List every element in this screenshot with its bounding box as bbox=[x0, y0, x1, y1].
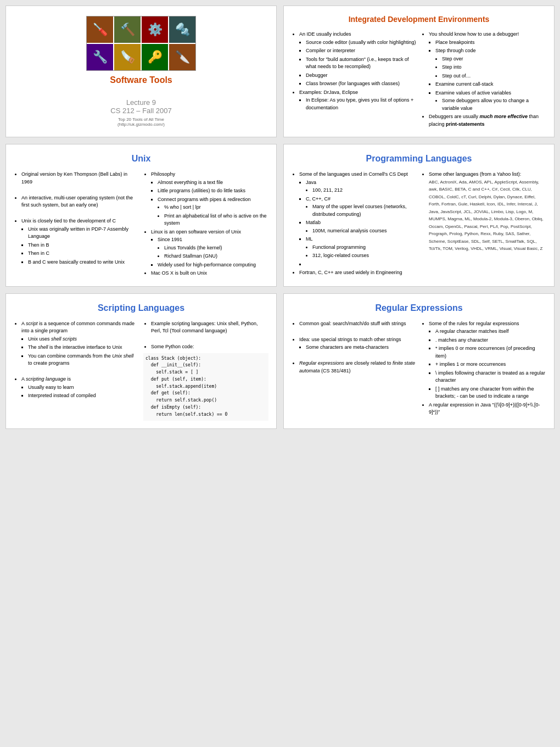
unix-title: Unix bbox=[14, 152, 268, 165]
regex-left-col: Common goal: search/match/do stuff with … bbox=[292, 320, 417, 417]
ide-item-2: Examples: DrJava, Eclipse In Eclipse: As… bbox=[299, 89, 417, 112]
scripting-right-col: Example scripting languages: Unix shell,… bbox=[143, 320, 268, 421]
scripting-title: Scripting Languages bbox=[14, 302, 268, 315]
unix-right-col: Philosophy Almost everything is a text f… bbox=[143, 171, 268, 278]
tool-icon-3: ⚙️ bbox=[142, 16, 168, 43]
unix-content: Original version by Ken Thompson (Bell L… bbox=[14, 171, 268, 278]
ide-debugger-item: You should know how to use a debugger! P… bbox=[429, 31, 546, 112]
regex-title: Regular Expressions bbox=[292, 302, 546, 315]
regular-expressions-slide: Regular Expressions Common goal: search/… bbox=[283, 293, 555, 429]
software-tools-subtitle: Lecture 9CS 212 – Fall 2007 bbox=[110, 98, 171, 115]
scripting-left-col: A script is a sequence of common command… bbox=[14, 320, 139, 421]
prog-right-col: Some other languages (from a Yahoo list)… bbox=[421, 171, 546, 278]
ide-debugger-note: Debuggers are usually much more effectiv… bbox=[429, 113, 546, 128]
ide-slide: Integrated Development Environments An I… bbox=[283, 5, 555, 137]
ide-right-list: You should know how to use a debugger! P… bbox=[421, 31, 546, 128]
tool-icon-8: 🔪 bbox=[169, 44, 195, 70]
tool-icon-7: 🔑 bbox=[142, 44, 168, 70]
scripting-languages-slide: Scripting Languages A script is a sequen… bbox=[5, 293, 277, 429]
ide-item-1: An IDE usually includes Source code edit… bbox=[299, 31, 417, 88]
tool-icon-2: 🔨 bbox=[114, 16, 141, 43]
tools-image-grid: 🪛 🔨 ⚙️ 🔩 🔧 🪚 🔑 🔪 bbox=[86, 16, 196, 71]
ide-title: Integrated Development Environments bbox=[292, 14, 546, 25]
tool-icon-5: 🔧 bbox=[87, 44, 113, 70]
scripting-content: A script is a sequence of common command… bbox=[14, 320, 268, 421]
regex-content: Common goal: search/match/do stuff with … bbox=[292, 320, 546, 417]
software-tools-slide: 🪛 🔨 ⚙️ 🔩 🔧 🪚 🔑 🔪 Software Tools Lecture … bbox=[5, 5, 277, 137]
regex-right-col: Some of the rules for regular expression… bbox=[421, 320, 546, 417]
software-tools-title: Software Tools bbox=[110, 75, 172, 85]
prog-left-col: Some of the languages used in Cornell's … bbox=[292, 171, 417, 278]
ide-left-col: An IDE usually includes Source code edit… bbox=[292, 31, 417, 129]
programming-languages-slide: Programming Languages Some of the langua… bbox=[283, 144, 555, 287]
ide-right-col: You should know how to use a debugger! P… bbox=[421, 31, 546, 129]
ide-left-list: An IDE usually includes Source code edit… bbox=[292, 31, 417, 112]
tool-icon-4: 🔩 bbox=[169, 16, 195, 43]
prog-content: Some of the languages used in Cornell's … bbox=[292, 171, 546, 278]
python-code-block: class Stack (object): def __init__(self)… bbox=[143, 353, 268, 421]
software-tools-credit: Top 20 Tools of All Time(http://uk.gizmo… bbox=[117, 117, 165, 127]
prog-title: Programming Languages bbox=[292, 152, 546, 165]
tool-icon-6: 🪚 bbox=[114, 44, 141, 70]
unix-slide: Unix Original version by Ken Thompson (B… bbox=[5, 144, 277, 287]
tool-icon-1: 🪛 bbox=[87, 16, 113, 43]
ide-content: An IDE usually includes Source code edit… bbox=[292, 31, 546, 129]
unix-left-col: Original version by Ken Thompson (Bell L… bbox=[14, 171, 139, 278]
